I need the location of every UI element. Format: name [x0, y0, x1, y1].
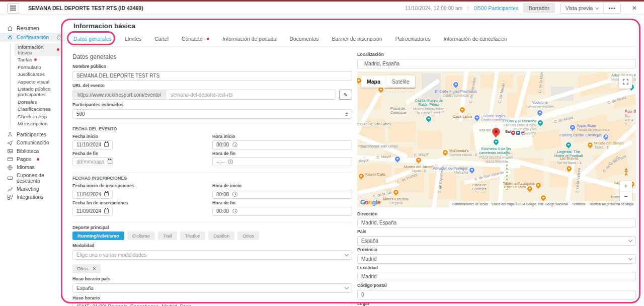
google-map[interactable]: C. MayorC. MayorMayorC. de PostasC. de E… [357, 71, 636, 207]
chip-triatlon[interactable]: Triatlon [180, 232, 206, 240]
sidebar-item-informacion-basica[interactable]: Información básica [15, 43, 62, 56]
map-pin-shop-icon[interactable] [570, 125, 575, 130]
sidebar-item-participantes[interactable]: Participantes [0, 130, 65, 138]
fecha-inicio-field[interactable]: 11/10/2024 [72, 140, 113, 149]
zoom-in-button[interactable]: + [620, 181, 632, 192]
map-button[interactable]: Mapa [361, 75, 386, 88]
map-pin-food-icon[interactable] [443, 150, 448, 155]
close-icon[interactable]: ✕ [632, 5, 637, 12]
hora-fin-field[interactable]: --:-- [212, 157, 352, 166]
map-pin-shop-icon[interactable] [469, 168, 474, 173]
provincia-select[interactable]: Madrid [357, 254, 636, 264]
sidebar-item-resumen[interactable]: Resumen [0, 24, 65, 33]
tab-informacion-cancelacion[interactable]: Información de cancelación [444, 36, 508, 42]
map-pin-food-icon[interactable] [393, 190, 398, 195]
sidebar-item-comunicacion[interactable]: Comunicación [0, 138, 65, 146]
codigo-postal-field[interactable]: 0 [357, 290, 636, 299]
map-pin-attr-icon[interactable] [538, 120, 543, 125]
chip-duatlon[interactable]: Duatlon [208, 232, 234, 240]
map-pin-food-icon[interactable] [536, 183, 541, 188]
chip-ciclismo[interactable]: Ciclismo [127, 232, 155, 240]
map-pin-food-icon[interactable] [527, 186, 532, 191]
modalidad-select[interactable]: Elige una o varias modalidades [72, 250, 352, 260]
participantes-estimados-field[interactable]: 500 [72, 109, 352, 119]
map-pin-shop-icon[interactable] [453, 82, 458, 87]
tab-datos-generales[interactable]: Datos generales [73, 36, 112, 42]
sidebar-item-cupones[interactable]: Cupones de descuento [0, 172, 65, 185]
huso-horario-select[interactable]: (GMT+01:00) Brussels, Copenhagen, Madrid… [72, 302, 352, 306]
direccion-field[interactable]: Madrid, España [357, 218, 636, 227]
hora-inicio-inscripciones-field[interactable]: 00:00 [212, 190, 352, 199]
tab-patrocinadores[interactable]: Patrocinadores [395, 36, 431, 42]
calendar-icon[interactable] [104, 209, 109, 213]
more-options-button[interactable]: ••• [603, 3, 620, 13]
help-icon[interactable]: ? [57, 35, 62, 40]
nombre-publico-field[interactable]: SEMANA DEL DEPORTE TEST RTS [72, 71, 352, 81]
map-pin-food-icon[interactable] [357, 78, 361, 83]
number-stepper[interactable] [345, 112, 348, 116]
fecha-fin-inscripciones-field[interactable]: 11/09/2024 [72, 207, 113, 216]
sidebar-item-idiomas[interactable]: Idiomas [0, 164, 65, 172]
map-pin-food-icon[interactable] [359, 174, 364, 179]
tab-cartel[interactable]: Cartel [154, 36, 169, 42]
sidebar-item-clasificaciones[interactable]: Clasificaciones [15, 106, 62, 113]
clock-icon[interactable] [232, 209, 237, 214]
preview-button[interactable]: Vista previa [560, 3, 604, 13]
sidebar-item-integrations[interactable]: Integrations [0, 193, 65, 201]
map-pin-attr-icon[interactable] [494, 139, 499, 144]
sidebar-item-formulario[interactable]: Formulario [15, 63, 62, 70]
map-pin-park-icon[interactable]: P [603, 134, 608, 139]
hora-fin-inscripciones-field[interactable]: 00:00 [212, 207, 352, 216]
huso-horario-pais-select[interactable]: España [72, 283, 352, 293]
clock-icon[interactable] [228, 160, 233, 165]
fecha-fin-field[interactable]: dd/mm/aaaa [72, 157, 113, 166]
sidebar-item-pagos[interactable]: Pagos [0, 155, 65, 163]
chip-otros[interactable]: Otros [237, 232, 259, 240]
map-pin-food-icon[interactable] [567, 166, 572, 171]
sidebar-item-justificantes[interactable]: Justificantes [15, 71, 62, 78]
satellite-button[interactable]: Satélite [386, 75, 415, 88]
map-pin-food-icon[interactable] [588, 142, 593, 147]
fullscreen-button[interactable] [619, 75, 632, 89]
url-evento-field[interactable]: https://www.rockthesport.com/evento/ sem… [72, 90, 336, 100]
sidebar-item-listado-publico[interactable]: Listado público participantes [15, 86, 62, 99]
sidebar-item-mi-inscripcion[interactable]: Mi inscripción [15, 120, 62, 127]
map-pin-shop-icon[interactable] [395, 157, 400, 162]
sidebar-item-dorsales[interactable]: Dorsales [15, 98, 62, 105]
chip-trail[interactable]: Trail [158, 232, 177, 240]
tab-limites[interactable]: Límites [125, 36, 142, 42]
map-pin-food-icon[interactable] [378, 87, 383, 92]
map-pin-shop-icon[interactable] [474, 115, 479, 120]
tab-contacto[interactable]: Contacto [182, 36, 210, 42]
clock-icon[interactable] [232, 192, 237, 197]
tab-informacion-portada[interactable]: Información de portada [222, 36, 276, 42]
chip-running-atletismo[interactable]: Running/Atletismo [72, 232, 124, 240]
fecha-inicio-inscripciones-field[interactable]: 11/04/2024 [72, 190, 113, 199]
calendar-icon[interactable] [104, 142, 109, 147]
map-pin-food-icon[interactable] [541, 195, 546, 200]
location-marker-pin[interactable] [493, 128, 500, 135]
keyboard-shortcuts-link[interactable]: Combinaciones de teclas [452, 202, 488, 206]
zoom-out-button[interactable]: − [620, 192, 632, 202]
hora-inicio-field[interactable]: 00:00 [212, 140, 352, 149]
remove-chip-icon[interactable]: ✕ [93, 266, 97, 271]
sidebar-item-biblioteca[interactable]: Biblioteca [0, 147, 65, 155]
tab-documentos[interactable]: Documentos [289, 36, 318, 42]
sidebar-item-tarifas[interactable]: Tarifas [15, 56, 62, 63]
sidebar-item-checkin-app[interactable]: Check-in App [15, 113, 62, 120]
map-pin-attr-icon[interactable] [426, 116, 431, 121]
localizacion-field[interactable]: Madrid, España [357, 59, 636, 68]
sidebar-item-marketing[interactable]: Marketing [0, 185, 65, 193]
hamburger-menu-icon[interactable] [7, 3, 19, 14]
map-pin-food-icon[interactable] [460, 107, 465, 112]
pegman-street-view[interactable] [620, 166, 631, 178]
calendar-icon[interactable] [108, 160, 112, 164]
modalidad-chip-otros[interactable]: Otros ✕ [72, 264, 101, 273]
report-problem-link[interactable]: Notificar un problema de Mapa [590, 202, 633, 206]
terms-link[interactable]: Términos [572, 202, 586, 206]
calendar-icon[interactable] [104, 192, 109, 197]
map-pin-shop-icon[interactable] [537, 110, 542, 115]
pais-select[interactable]: España [357, 236, 636, 246]
map-pin-attr-icon[interactable] [566, 142, 571, 147]
sidebar-item-aspecto-visual[interactable]: Aspecto visual [15, 78, 62, 85]
